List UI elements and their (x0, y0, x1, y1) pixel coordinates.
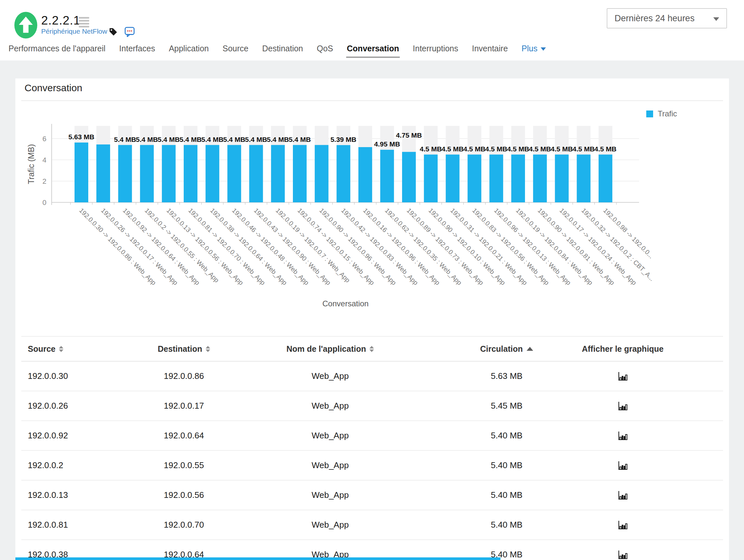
trafic-bar[interactable] (184, 145, 197, 203)
x-axis-category-label: 192.0.0.90 -> 192.0.0.10 : Web_App (427, 207, 507, 286)
device-type-link[interactable]: Périphérique NetFlow (41, 28, 107, 35)
bar-value-label: 5.4 MB (180, 136, 202, 143)
column-header-destination[interactable]: Destination (119, 344, 249, 354)
bar-value-label: 5.4 MB (201, 136, 224, 143)
table-row: 192.0.0.2192.0.0.55Web_App5.40 MB (21, 451, 723, 481)
cell-show-graph (601, 401, 644, 411)
trafic-bar[interactable] (489, 155, 503, 202)
cell-traffic: 5.40 MB (412, 490, 601, 500)
x-axis-category-label: 192.0.0.16 -> 192.0.0.96 : Web_App (362, 207, 441, 286)
trafic-bar[interactable] (555, 155, 569, 202)
bar-value-label: 4.5 MB (420, 145, 442, 153)
bar-value-label: 4.75 MB (396, 132, 422, 139)
tag-icon[interactable] (109, 28, 118, 36)
cell-application: Web_App (249, 371, 412, 381)
column-header-show-graph: Afficher le graphique (601, 344, 644, 354)
cell-source: 192.0.0.92 (21, 431, 119, 441)
bar-value-label: 4.95 MB (374, 140, 400, 148)
bar-chart-icon[interactable] (618, 401, 628, 411)
x-axis-category-label: 192.0.0.89 -> 192.0.0.73 : Web_App (405, 207, 485, 286)
trafic-bar[interactable] (468, 155, 481, 202)
conversation-bar-chart[interactable]: 02465.63 MB192.0.0.30 -> 192.0.0.86 : We… (0, 108, 744, 333)
bar-value-label: 4.5 MB (573, 145, 595, 153)
x-axis-category-label: 192.0.0.74 -> 192.0.0.15 : Web_App (296, 207, 376, 286)
bar-chart-icon[interactable] (618, 520, 628, 530)
x-axis-category-label: 192.0.0.62 -> 192.0.0.35 : Web_App (383, 207, 463, 286)
x-axis-category-label: 192.0.0.31 -> 192.0.0.21 : Web_App (449, 207, 529, 286)
trafic-bar[interactable] (97, 145, 110, 202)
trafic-bar[interactable] (75, 143, 88, 202)
tab-device-performance[interactable]: Performances de l'appareil (8, 42, 106, 58)
tab-more[interactable]: Plus (521, 42, 547, 58)
tab-conversation[interactable]: Conversation (346, 42, 400, 58)
panel-title: Conversation (25, 82, 82, 94)
trafic-bar[interactable] (140, 145, 154, 203)
tab-destination[interactable]: Destination (262, 42, 304, 58)
column-header-traffic[interactable]: Circulation (412, 344, 601, 354)
trafic-bar[interactable] (533, 155, 547, 202)
tab-qos[interactable]: QoS (316, 42, 334, 58)
trafic-bar[interactable] (446, 155, 459, 202)
tab-source[interactable]: Source (222, 42, 249, 58)
device-menu-icon[interactable] (79, 17, 89, 28)
table-header-row: Source Destination Nom de l'application … (21, 337, 723, 362)
trafic-bar[interactable] (599, 155, 612, 202)
bar-chart-icon[interactable] (618, 431, 628, 441)
bar-value-label: 5.4 MB (157, 136, 180, 143)
trafic-bar[interactable] (402, 152, 416, 202)
bar-value-label: 5.39 MB (331, 136, 356, 143)
time-range-select[interactable]: Dernières 24 heures (607, 8, 727, 29)
comment-icon[interactable] (124, 27, 135, 37)
cell-show-graph (601, 431, 644, 441)
chevron-down-icon (713, 17, 719, 21)
device-title: 2.2.2.1 (41, 14, 80, 28)
bar-value-label: 4.5 MB (594, 145, 617, 153)
column-header-application[interactable]: Nom de l'application (249, 344, 412, 354)
y-axis-title: Trafic (MB) (27, 144, 36, 184)
trafic-bar[interactable] (511, 155, 525, 202)
time-range-value: Dernières 24 heures (615, 13, 695, 23)
table-row: 192.0.0.13192.0.0.56Web_App5.40 MB (21, 481, 723, 510)
tab-application[interactable]: Application (168, 42, 209, 58)
bar-chart-icon[interactable] (618, 550, 628, 560)
svg-text:0: 0 (42, 198, 46, 207)
trafic-bar[interactable] (118, 145, 132, 203)
cell-source: 192.0.0.13 (21, 490, 119, 500)
trafic-bar[interactable] (293, 145, 307, 203)
bar-chart-icon[interactable] (618, 490, 628, 500)
trafic-bar[interactable] (358, 147, 372, 202)
cell-show-graph (601, 520, 644, 530)
trafic-bar[interactable] (576, 155, 590, 202)
bar-chart-icon[interactable] (618, 460, 628, 471)
trafic-bar[interactable] (424, 155, 438, 202)
cell-show-graph (601, 371, 644, 381)
column-header-source[interactable]: Source (21, 344, 119, 354)
panel-divider (21, 100, 723, 101)
trafic-bar[interactable] (337, 145, 350, 202)
cell-traffic: 5.40 MB (412, 431, 601, 441)
bar-value-label: 5.4 MB (114, 136, 136, 143)
bar-value-label: 4.5 MB (507, 145, 529, 153)
tab-inventory[interactable]: Inventaire (471, 42, 509, 58)
tab-interruptions[interactable]: Interruptions (412, 42, 459, 58)
trafic-bar[interactable] (206, 145, 219, 203)
cell-destination: 192.0.0.86 (119, 371, 249, 381)
trafic-bar[interactable] (227, 145, 241, 203)
x-axis-category-label: 192.0.0.13 -> 192.0.0.56 : Web_App (165, 207, 245, 286)
x-axis-category-label: 192.0.0.17 -> 192.0.0.24 : Web_App (558, 207, 638, 286)
trafic-bar[interactable] (315, 145, 329, 203)
conversation-table: Source Destination Nom de l'application … (21, 336, 723, 560)
cell-source: 192.0.0.30 (21, 371, 119, 381)
x-axis-category-label: 192.0.0.38 -> 192.0.0.64 : Web_App (209, 207, 288, 286)
bottom-progress-strip (15, 557, 500, 560)
bar-value-label: 5.4 MB (289, 136, 311, 143)
device-header: 2.2.2.1 Périphérique NetFlow Dernières 2… (0, 0, 744, 61)
cell-source: 192.0.0.81 (21, 520, 119, 530)
tab-interfaces[interactable]: Interfaces (119, 42, 156, 58)
trafic-bar[interactable] (380, 150, 394, 202)
trafic-bar[interactable] (249, 145, 263, 203)
bar-chart-icon[interactable] (618, 371, 628, 381)
trafic-bar[interactable] (271, 145, 285, 203)
sort-updown-icon (59, 346, 64, 352)
trafic-bar[interactable] (162, 145, 176, 203)
